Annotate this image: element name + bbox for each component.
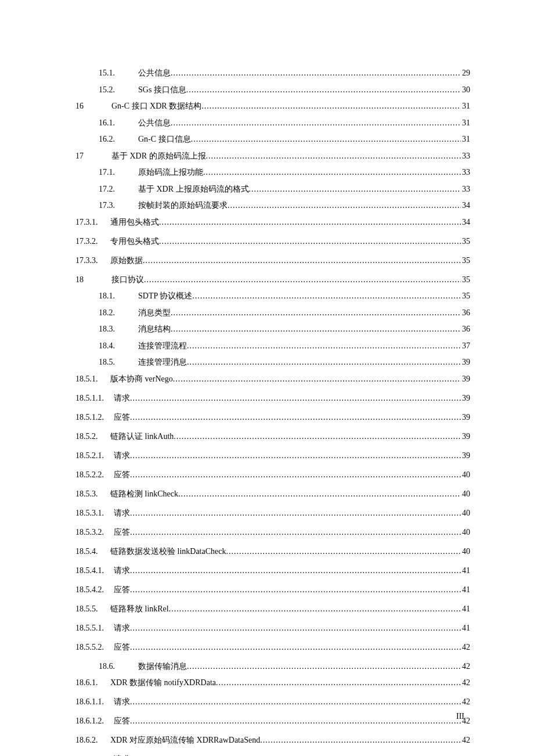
toc-leader [249, 183, 461, 195]
toc-entry-number: 18.4. [99, 340, 138, 352]
toc-entry[interactable]: 18.6.2.1.请求42 [75, 753, 470, 756]
toc-entry-title: 公共信息 [138, 67, 171, 79]
toc-entry[interactable]: 16.1.公共信息31 [75, 117, 470, 129]
toc-entry[interactable]: 16.2.Gn-C 接口信息31 [75, 133, 470, 145]
toc-entry-page: 39 [461, 373, 470, 385]
toc-entry-page: 40 [461, 488, 470, 500]
toc-entry[interactable]: 17.3.3.原始数据35 [75, 254, 470, 267]
toc-leader [186, 84, 461, 96]
toc-entry[interactable]: 18.5.3.链路检测 linkCheck40 [75, 488, 470, 500]
toc-leader [171, 67, 461, 79]
toc-entry-page: 39 [461, 411, 470, 423]
toc-entry[interactable]: 18.5.4.链路数据发送校验 linkDataCheck40 [75, 545, 470, 557]
toc-entry[interactable]: 18.5.1.1.请求39 [75, 392, 470, 404]
toc-entry-title: 消息类型 [138, 307, 171, 319]
toc-entry[interactable]: 18.6.2.XDR 对应原始码流传输 XDRRawDataSend42 [75, 734, 470, 746]
toc-entry-number: 18.5.5.1. [75, 622, 114, 634]
toc-entry-number: 18 [75, 273, 111, 286]
toc-leader [226, 545, 461, 557]
toc-leader [178, 488, 461, 500]
toc-entry-number: 18.5.1.1. [75, 392, 114, 404]
toc-entry[interactable]: 17基于 XDR 的原始码流上报33 [75, 150, 470, 162]
toc-entry-number: 16.1. [99, 117, 138, 129]
table-of-contents: 15.1.公共信息2915.2.SGs 接口信息3016Gn-C 接口 XDR … [75, 67, 470, 756]
toc-entry[interactable]: 18.1.SDTP 协议概述35 [75, 290, 470, 302]
toc-entry[interactable]: 18.5.4.2.应答41 [75, 584, 470, 596]
toc-leader [191, 133, 461, 145]
toc-entry[interactable]: 18.5.2.链路认证 linkAuth39 [75, 430, 470, 442]
toc-leader [130, 449, 461, 462]
toc-entry[interactable]: 18.5.5.2.应答42 [75, 641, 470, 653]
toc-entry-title: 通用包头格式 [110, 216, 159, 228]
toc-entry-title: 应答 [114, 715, 130, 727]
toc-entry[interactable]: 18.4.连接管理流程37 [75, 340, 470, 352]
toc-entry[interactable]: 18.5.3.2.应答40 [75, 526, 470, 538]
toc-leader [171, 307, 461, 319]
toc-entry-page: 39 [461, 392, 470, 404]
toc-entry[interactable]: 18.5.3.1.请求40 [75, 507, 470, 519]
toc-entry-page: 34 [461, 216, 470, 228]
toc-entry-page: 31 [461, 133, 470, 145]
toc-entry[interactable]: 18.5.2.1.请求39 [75, 449, 470, 462]
toc-entry[interactable]: 18.3.消息结构36 [75, 323, 470, 335]
toc-entry-page: 29 [461, 67, 470, 79]
toc-entry[interactable]: 18.5.5.链路释放 linkRel41 [75, 603, 470, 615]
toc-leader [206, 150, 461, 162]
toc-entry-title: 应答 [114, 411, 130, 423]
toc-entry[interactable]: 18接口协议35 [75, 273, 470, 286]
toc-entry[interactable]: 17.3.1.通用包头格式34 [75, 216, 470, 228]
toc-entry[interactable]: 17.2.基于 XDR 上报原始码流的格式33 [75, 183, 470, 195]
toc-entry[interactable]: 18.6.1.1.请求42 [75, 696, 470, 708]
toc-entry[interactable]: 17.1.原始码流上报功能33 [75, 166, 470, 178]
toc-entry-title: 应答 [114, 469, 130, 481]
toc-entry[interactable]: 18.6.1.2.应答42 [75, 715, 470, 727]
toc-entry[interactable]: 18.2.消息类型36 [75, 307, 470, 319]
toc-entry-title: 链路检测 linkCheck [110, 488, 178, 500]
toc-leader [159, 235, 461, 247]
toc-entry-page: 42 [461, 660, 470, 672]
toc-entry[interactable]: 17.3.按帧封装的原始码流要求34 [75, 199, 470, 211]
toc-entry[interactable]: 18.5.4.1.请求41 [75, 564, 470, 577]
toc-leader [203, 166, 461, 178]
toc-entry[interactable]: 18.5.1.版本协商 verNego39 [75, 373, 470, 385]
toc-entry-number: 18.6.2.1. [75, 753, 114, 756]
toc-entry-page: 35 [461, 235, 470, 247]
toc-entry-title: XDR 对应原始码流传输 XDRRawDataSend [110, 734, 260, 746]
toc-entry-title: 请求 [114, 622, 130, 634]
toc-leader [130, 469, 461, 481]
toc-entry[interactable]: 16Gn-C 接口 XDR 数据结构31 [75, 100, 470, 112]
toc-entry-number: 17.2. [99, 183, 138, 195]
toc-entry-number: 18.2. [99, 307, 138, 319]
toc-entry-title: 专用包头格式 [110, 235, 159, 247]
toc-entry[interactable]: 15.2.SGs 接口信息30 [75, 84, 470, 96]
toc-entry-number: 15.2. [99, 84, 138, 96]
toc-entry-title: 应答 [114, 641, 130, 653]
toc-entry[interactable]: 15.1.公共信息29 [75, 67, 470, 79]
toc-entry[interactable]: 18.5.连接管理消息39 [75, 356, 470, 368]
toc-entry[interactable]: 17.3.2.专用包头格式35 [75, 235, 470, 247]
toc-entry[interactable]: 18.6.1.XDR 数据传输 notifyXDRData42 [75, 676, 470, 689]
toc-leader [130, 696, 461, 708]
toc-entry-title: 请求 [114, 449, 130, 462]
toc-entry[interactable]: 18.5.2.2.应答40 [75, 469, 470, 481]
toc-entry-page: 31 [461, 100, 470, 112]
toc-entry-page: 42 [461, 734, 470, 746]
toc-leader [192, 290, 461, 302]
toc-entry-page: 41 [461, 603, 470, 615]
page-number: III [456, 712, 464, 721]
toc-entry-page: 39 [461, 449, 470, 462]
toc-entry-page: 37 [461, 340, 470, 352]
toc-entry-title: 消息结构 [138, 323, 171, 335]
toc-leader [216, 676, 461, 689]
toc-entry-title: 应答 [114, 584, 130, 596]
toc-entry-number: 17.3.2. [75, 235, 110, 247]
toc-leader [201, 100, 461, 112]
toc-leader [187, 356, 461, 368]
toc-entry[interactable]: 18.5.1.2.应答39 [75, 411, 470, 423]
toc-entry-title: 原始码流上报功能 [138, 166, 203, 178]
toc-leader [143, 254, 461, 267]
toc-leader [130, 753, 461, 756]
toc-entry-title: 请求 [114, 564, 130, 577]
toc-entry[interactable]: 18.5.5.1.请求41 [75, 622, 470, 634]
toc-entry[interactable]: 18.6.数据传输消息42 [75, 660, 470, 672]
